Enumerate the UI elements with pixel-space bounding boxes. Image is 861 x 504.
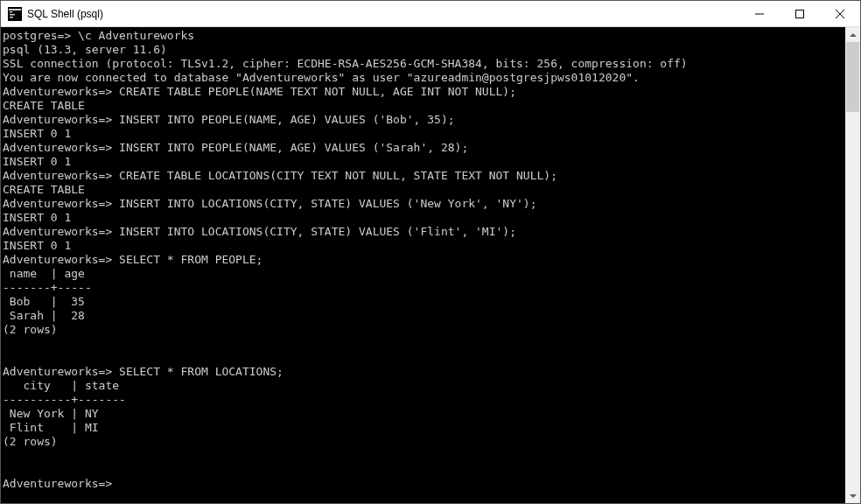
- terminal-line: Adventureworks=> INSERT INTO PEOPLE(NAME…: [3, 141, 845, 155]
- terminal-line: Adventureworks=> CREATE TABLE LOCATIONS(…: [3, 169, 845, 183]
- terminal-line: [3, 463, 845, 477]
- scrollbar-up-arrow[interactable]: [845, 27, 860, 42]
- terminal-line: psql (13.3, server 11.6): [3, 43, 845, 57]
- svg-rect-2: [10, 11, 12, 13]
- scrollbar-down-arrow[interactable]: [845, 488, 860, 503]
- svg-marker-9: [850, 33, 857, 37]
- svg-rect-4: [10, 17, 13, 18]
- minimize-button[interactable]: [739, 1, 780, 26]
- terminal-line: CREATE TABLE: [3, 99, 845, 113]
- terminal-line: name | age: [3, 267, 845, 281]
- terminal-line: city | state: [3, 379, 845, 393]
- scrollbar-thumb[interactable]: [846, 42, 859, 112]
- terminal-line: ----------+-------: [3, 393, 845, 407]
- terminal-line: You are now connected to database "Adven…: [3, 71, 845, 85]
- terminal-line: INSERT 0 1: [3, 155, 845, 169]
- window-frame: SQL Shell (psql) postgres=> \c Adventure…: [0, 0, 861, 504]
- svg-rect-6: [796, 10, 804, 18]
- terminal-line: Adventureworks=> INSERT INTO PEOPLE(NAME…: [3, 113, 845, 127]
- terminal-line: CREATE TABLE: [3, 183, 845, 197]
- terminal-line: [3, 337, 845, 351]
- terminal-output[interactable]: postgres=> \c Adventureworkspsql (13.3, …: [1, 27, 845, 503]
- terminal-line: INSERT 0 1: [3, 127, 845, 141]
- terminal-line: (2 rows): [3, 435, 845, 449]
- scrollbar-vertical[interactable]: [845, 27, 860, 503]
- terminal-line: SSL connection (protocol: TLSv1.2, ciphe…: [3, 57, 845, 71]
- terminal-line: [3, 351, 845, 365]
- terminal-line: New York | NY: [3, 407, 845, 421]
- window-controls: [739, 1, 860, 26]
- terminal-line: Adventureworks=> SELECT * FROM PEOPLE;: [3, 253, 845, 267]
- terminal-line: Adventureworks=> INSERT INTO LOCATIONS(C…: [3, 197, 845, 211]
- terminal-line: Adventureworks=> SELECT * FROM LOCATIONS…: [3, 365, 845, 379]
- svg-rect-1: [9, 9, 21, 10]
- terminal-line: Adventureworks=> INSERT INTO LOCATIONS(C…: [3, 225, 845, 239]
- terminal-line: Bob | 35: [3, 295, 845, 309]
- terminal-wrap: postgres=> \c Adventureworkspsql (13.3, …: [1, 27, 860, 503]
- maximize-button[interactable]: [780, 1, 820, 26]
- close-button[interactable]: [820, 1, 860, 26]
- terminal-line: Sarah | 28: [3, 309, 845, 323]
- terminal-line: postgres=> \c Adventureworks: [3, 29, 845, 43]
- terminal-line: Adventureworks=> CREATE TABLE PEOPLE(NAM…: [3, 85, 845, 99]
- terminal-line: Flint | MI: [3, 421, 845, 435]
- titlebar[interactable]: SQL Shell (psql): [1, 1, 860, 27]
- svg-rect-3: [10, 14, 15, 16]
- window-title: SQL Shell (psql): [27, 8, 739, 20]
- terminal-line: -------+-----: [3, 281, 845, 295]
- app-icon: [8, 7, 22, 21]
- terminal-line: Adventureworks=>: [3, 477, 845, 491]
- terminal-line: INSERT 0 1: [3, 211, 845, 225]
- svg-marker-10: [850, 494, 857, 498]
- terminal-line: INSERT 0 1: [3, 239, 845, 253]
- terminal-line: [3, 449, 845, 463]
- terminal-line: (2 rows): [3, 323, 845, 337]
